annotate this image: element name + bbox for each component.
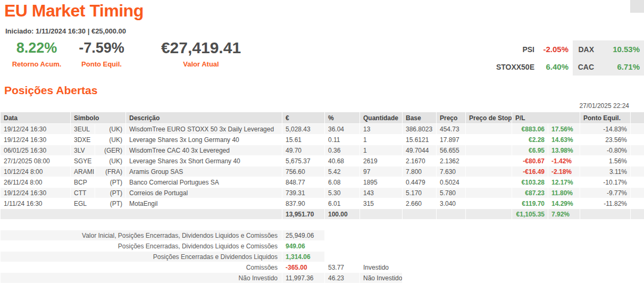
summary-filler: [403, 262, 644, 273]
summary-pct: 46.23: [325, 273, 360, 283]
column-header-pct: %: [325, 112, 360, 124]
summary-filler: [403, 230, 644, 241]
cell-ponto: -9.77%: [580, 188, 631, 198]
cell-data: 19/12/24 16:30: [1, 135, 71, 145]
cell-quantidade: 2619: [360, 156, 403, 166]
index-name-cac: CAC: [573, 58, 599, 76]
cell-preco: 0.5024: [437, 177, 466, 188]
cell-descricao: Banco Comercial Portugues SA: [126, 177, 282, 188]
summary-filler: [403, 273, 644, 283]
cell-stop: [466, 145, 512, 156]
summary-value: 949.06: [282, 241, 325, 252]
cell-simbolo: BCP: [71, 177, 95, 188]
index-name-stoxx50e: STOXX50E: [481, 58, 540, 76]
metric-value: 8.22%: [2, 39, 71, 56]
cell-pct: 6.01: [325, 198, 360, 209]
metric-ponto-equil: -7.59% Ponto Equil.: [73, 39, 130, 68]
cell-extra: [631, 135, 644, 145]
cell-ponto: -10.17%: [580, 177, 631, 188]
cell-simbolo: 3EUL: [71, 124, 95, 135]
cell-data: 26/11/24 8:00: [1, 177, 71, 188]
summary-row: Posições Encerradas e Dividendos Liquido…: [1, 252, 644, 262]
cell-pais: (FRA): [95, 166, 126, 177]
summary-value: 25,949.06: [282, 230, 325, 241]
cell-extra: [631, 124, 644, 135]
positions-table: Data Simbolo Descrição € % Quantidade Ba…: [0, 112, 644, 283]
summary-pct: [325, 241, 360, 252]
position-row: 19/12/24 16:303EUL(UK)WisdomTree EURO ST…: [1, 124, 644, 135]
cell-blank: [1, 220, 644, 230]
index-value-cac: 6.71%: [599, 58, 644, 76]
cell-pl: €6.95: [512, 145, 548, 156]
cell-simbolo: CTT: [71, 188, 95, 198]
cell-extra: [631, 188, 644, 198]
column-header-base: Base: [403, 112, 437, 124]
cell-base: 0.4479: [403, 177, 437, 188]
total-pct: 100.00: [325, 209, 360, 220]
cell-blank: [580, 209, 631, 220]
column-header-descricao: Descrição: [126, 112, 282, 124]
column-header-pl: P/L: [512, 112, 580, 124]
cell-data: 19/12/24 16:30: [1, 188, 71, 198]
cell-pct: 40.68: [325, 156, 360, 166]
cell-preco: 5.780: [437, 188, 466, 198]
total-pl: €1,105.35: [512, 209, 548, 220]
start-info: Iniciado: 1/11/2024 16:30 | €25,000.00: [5, 27, 126, 35]
cell-eur: 739.31: [282, 188, 325, 198]
index-name-dax: DAX: [573, 40, 599, 58]
cell-pl: €103.28: [512, 177, 548, 188]
cell-descricao: Leverage Shares 3x Short Germany 40: [126, 156, 282, 166]
cell-eur: 5,028.43: [282, 124, 325, 135]
cell-blank: [403, 209, 437, 220]
summary-value: 11,997.36: [282, 273, 325, 283]
cell-descricao: WisdomTree EURO STOXX 50 3x Daily Levera…: [126, 124, 282, 135]
summary-label: Comissões: [1, 262, 282, 273]
summary-row: Posições Encerradas, Dividendos Liquidos…: [1, 241, 644, 252]
corner-cell: [630, 0, 644, 13]
summary-note: Investido: [360, 262, 403, 273]
metric-label: Retorno Acum.: [2, 60, 71, 68]
cell-preco: 56.655: [437, 145, 466, 156]
cell-extra: [631, 145, 644, 156]
cell-simbolo: ARAMI: [71, 166, 95, 177]
summary-value: 1,314.06: [282, 252, 325, 262]
column-header-preco-de-stop: Preço de Stop: [466, 112, 512, 124]
cell-data: 10/12/24 8:00: [1, 166, 71, 177]
cell-quantidade: 1: [360, 135, 403, 145]
cell-pct: 36.04: [325, 124, 360, 135]
cell-pl-pct: -1.42%: [548, 156, 580, 166]
cell-extra: [631, 198, 644, 209]
summary-label: Não Investido: [1, 273, 282, 283]
summary-row: Não Investido11,997.3646.23Não Investido: [1, 273, 644, 283]
position-row: 26/11/24 8:00BCP(PT)Banco Comercial Port…: [1, 177, 644, 188]
metric-label: Ponto Equil.: [73, 60, 130, 68]
position-row: 19/12/24 16:30CTT(PT)Correios de Portuga…: [1, 188, 644, 198]
cell-ponto: 3.11%: [580, 166, 631, 177]
summary-pct: [325, 230, 360, 241]
cell-data: 19/12/24 16:30: [1, 124, 71, 135]
position-row: 06/01/25 16:303LV(GER)WisdomTree CAC 40 …: [1, 145, 644, 156]
summary-row: Comissões-365.0053.77Investido: [1, 262, 644, 273]
cell-pct: 6.08: [325, 177, 360, 188]
cell-pct: 5.30: [325, 188, 360, 198]
cell-blank: [360, 209, 403, 220]
cell-eur: 15.61: [282, 135, 325, 145]
column-header-ponto-equil: Ponto Equil.: [580, 112, 631, 124]
column-header-blank: [631, 112, 644, 124]
cell-pais: (UK): [95, 156, 126, 166]
cell-ponto: 1.56%: [580, 156, 631, 166]
cell-pl: €87.23: [512, 188, 548, 198]
cell-blank: [1, 209, 282, 220]
cell-stop: [466, 135, 512, 145]
report-timestamp: 27/01/2025 22:24: [580, 102, 629, 110]
cell-quantidade: 315: [360, 198, 403, 209]
cell-pl-pct: -2.18%: [548, 166, 580, 177]
cell-quantidade: 1: [360, 145, 403, 156]
cell-blank: [631, 209, 644, 220]
position-row: 27/1/2025 08:00SGYE(UK)Leverage Shares 3…: [1, 156, 644, 166]
cell-simbolo: SGYE: [71, 156, 95, 166]
cell-base: 2.1670: [403, 156, 437, 166]
summary-note: [360, 241, 403, 252]
column-header-preco: Preço: [437, 112, 466, 124]
cell-ponto: -14.83%: [580, 124, 631, 135]
